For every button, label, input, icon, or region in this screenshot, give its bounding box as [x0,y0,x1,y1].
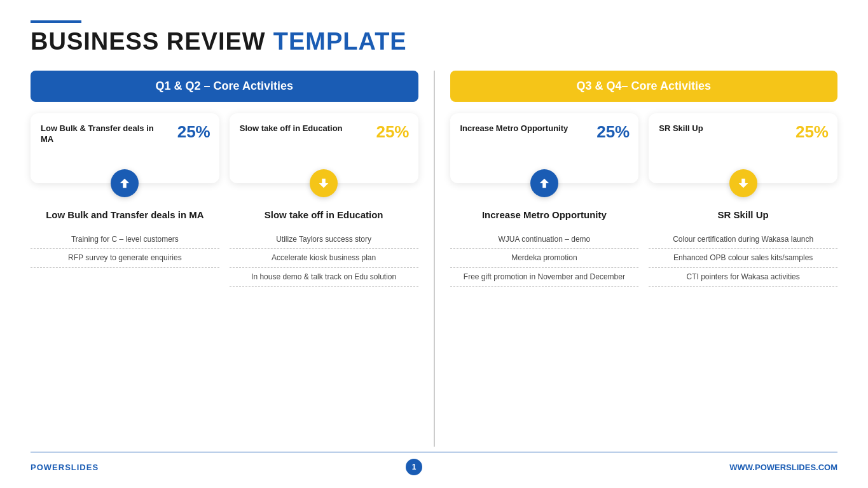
left-cards-wrapper: Low Bulk & Transfer deals in MA 25% Slow… [31,113,418,183]
right-card-1-percent: 25% [596,122,630,142]
left-detail-col-2: Slow take off in Education Utilize Taylo… [230,209,418,447]
right-detail-col-1: Increase Metro Opportunity WJUA continua… [450,209,639,447]
right-section: Q3 & Q4– Core Activities Increase Metro … [450,71,838,447]
left-detail-col-1-title: Low Bulk and Transfer deals in MA [46,209,203,221]
right-card-1-label: Increase Metro Opportunity [460,123,578,134]
down-arrow-icon-2 [736,176,750,190]
footer: POWERSLIDES 1 WWW.POWERSLIDES.COM [31,452,837,475]
left-detail-item-2-0: Utilize Taylors success story [230,230,418,249]
right-detail-item-2-2: CTI pointers for Wakasa activities [649,268,837,287]
left-card-2-icon [310,169,338,197]
title-black: BUSINESS REVIEW [31,28,266,55]
left-cards-row: Low Bulk & Transfer deals in MA 25% Slow… [31,113,418,183]
left-card-1-percent: 25% [177,122,210,142]
footer-brand: POWERSLIDES [31,463,99,472]
footer-brand-black: POWER [31,463,65,472]
right-card-2-icon [729,169,757,197]
header-accent-bar [31,20,81,23]
left-card-2-percent: 25% [376,122,409,142]
right-cards-row: Increase Metro Opportunity 25% SR Skill … [450,113,838,183]
up-arrow-icon [118,176,132,190]
right-card-2-label: SR Skill Up [659,123,776,134]
right-detail-item-1-1: Merdeka promotion [450,249,639,268]
page-title: BUSINESS REVIEW TEMPLATE [31,28,837,55]
down-arrow-icon [317,176,331,190]
right-detail-col-2: SR Skill Up Colour certification during … [649,209,837,447]
footer-url: WWW.POWERSLIDES.COM [729,463,837,472]
right-cards-wrapper: Increase Metro Opportunity 25% SR Skill … [450,113,838,183]
right-detail-row: Increase Metro Opportunity WJUA continua… [450,209,838,447]
left-card-2-label: Slow take off in Education [240,123,357,134]
left-detail-row: Low Bulk and Transfer deals in MA Traini… [31,209,418,447]
up-arrow-icon-2 [537,176,551,190]
left-detail-item-1-1: RFP survey to generate enquiries [31,249,219,268]
left-detail-col-2-title: Slow take off in Education [265,209,383,221]
right-detail-item-1-0: WJUA continuation – demo [450,230,639,249]
left-detail-col-1: Low Bulk and Transfer deals in MA Traini… [31,209,219,447]
left-card-2: Slow take off in Education 25% [230,113,418,183]
right-detail-item-2-0: Colour certification during Wakasa launc… [649,230,837,249]
right-card-1-icon [530,169,558,197]
left-card-1-label: Low Bulk & Transfer deals in MA [41,123,158,145]
center-divider [434,71,435,447]
left-section-header: Q1 & Q2 – Core Activities [31,71,418,102]
left-detail-item-2-2: In house demo & talk track on Edu soluti… [230,268,418,287]
left-card-1: Low Bulk & Transfer deals in MA 25% [31,113,219,183]
footer-page-number: 1 [406,459,422,475]
left-detail-item-2-1: Accelerate kiosk business plan [230,249,418,268]
main-content: Q1 & Q2 – Core Activities Low Bulk & Tra… [31,71,837,447]
right-detail-item-2-1: Enhanced OPB colour sales kits/samples [649,249,837,268]
footer-brand-blue: SLIDES [65,463,99,472]
right-card-2-percent: 25% [796,122,829,142]
right-section-header: Q3 & Q4– Core Activities [450,71,838,102]
title-blue: TEMPLATE [273,28,407,55]
left-detail-item-1-0: Training for C – level customers [31,230,219,249]
left-card-1-icon [111,169,139,197]
left-section: Q1 & Q2 – Core Activities Low Bulk & Tra… [31,71,418,447]
right-detail-col-2-title: SR Skill Up [718,209,769,221]
right-card-1: Increase Metro Opportunity 25% [450,113,639,183]
right-detail-col-1-title: Increase Metro Opportunity [482,209,607,221]
page: BUSINESS REVIEW TEMPLATE Q1 & Q2 – Core … [0,0,868,488]
right-detail-item-1-2: Free gift promotion in November and Dece… [450,268,639,287]
right-card-2: SR Skill Up 25% [649,113,837,183]
